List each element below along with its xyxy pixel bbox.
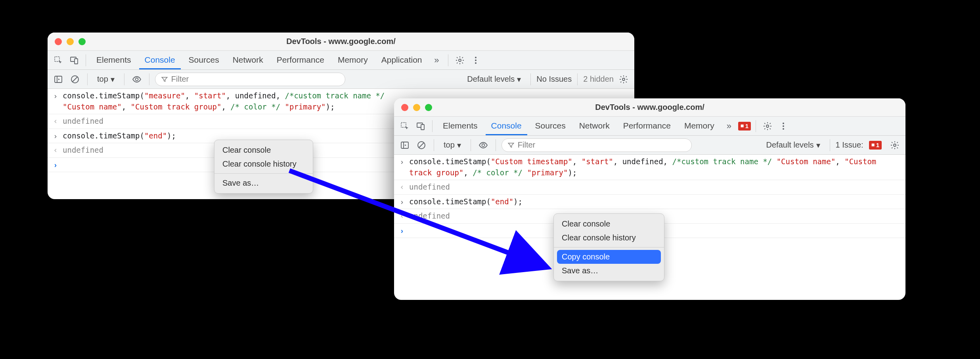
tab-application[interactable]: Application <box>376 51 428 69</box>
tab-sources[interactable]: Sources <box>530 117 571 135</box>
result-caret-icon: ‹ <box>399 182 405 193</box>
devtools-tab-strip: Elements Console Sources Network Perform… <box>394 117 905 136</box>
console-row: ›console.timeStamp("Custom timestamp", "… <box>394 155 905 180</box>
tab-elements[interactable]: Elements <box>91 51 137 69</box>
prompt-caret-icon: › <box>399 225 405 236</box>
svg-point-3 <box>459 59 461 61</box>
result-caret-icon: ‹ <box>52 145 59 156</box>
log-levels-selector[interactable]: Default levels ▾ <box>463 73 525 86</box>
inspect-element-icon[interactable] <box>398 119 412 133</box>
gear-icon[interactable] <box>617 73 630 86</box>
issues-label[interactable]: 1 Issue: <box>836 140 863 150</box>
levels-label: Default levels <box>467 75 515 84</box>
result-caret-icon: ‹ <box>52 116 59 127</box>
minimize-window-button[interactable] <box>67 38 74 45</box>
sidebar-toggle-icon[interactable] <box>52 73 65 86</box>
gear-icon[interactable] <box>761 119 774 133</box>
titlebar: DevTools - www.google.com/ <box>394 98 905 117</box>
more-tabs-icon[interactable]: » <box>430 54 443 67</box>
filter-icon <box>161 76 168 83</box>
menu-item[interactable]: Clear console <box>554 217 664 231</box>
device-toolbar-icon[interactable] <box>67 54 81 67</box>
device-toolbar-icon[interactable] <box>414 119 427 133</box>
separator <box>577 73 578 85</box>
more-tabs-icon[interactable]: » <box>722 119 736 133</box>
console-text: console.timeStamp("measure", "start", un… <box>63 90 404 112</box>
menu-item[interactable]: Clear console history <box>214 157 313 171</box>
svg-point-21 <box>894 144 896 146</box>
separator <box>434 139 434 151</box>
chevron-down-icon: ▾ <box>816 140 820 150</box>
console-row: ‹undefined <box>394 180 905 195</box>
tab-memory[interactable]: Memory <box>332 51 373 69</box>
menu-item[interactable]: Save as… <box>554 264 664 278</box>
menu-item[interactable]: Save as… <box>214 176 313 190</box>
live-expression-icon[interactable] <box>130 73 144 86</box>
tab-performance[interactable]: Performance <box>271 51 330 69</box>
inspect-element-icon[interactable] <box>52 54 65 67</box>
gear-icon[interactable] <box>453 54 467 67</box>
context-selector[interactable]: top ▾ <box>440 139 465 152</box>
chevron-down-icon: ▾ <box>457 140 461 150</box>
console-text: console.timeStamp("end"); <box>409 196 901 207</box>
levels-label: Default levels <box>766 140 814 150</box>
tab-elements[interactable]: Elements <box>437 117 483 135</box>
separator <box>87 73 88 85</box>
separator <box>756 120 756 132</box>
svg-point-15 <box>783 123 784 124</box>
console-context-menu: Clear consoleClear console historyCopy c… <box>553 213 664 281</box>
issues-badge[interactable]: 1 <box>869 141 882 150</box>
context-label: top <box>97 75 108 84</box>
menu-item[interactable]: Clear console <box>214 143 313 157</box>
close-window-button[interactable] <box>55 38 62 45</box>
hidden-count[interactable]: 2 hidden <box>583 75 614 84</box>
svg-point-14 <box>766 125 769 127</box>
issues-badge[interactable]: 1 <box>738 122 751 131</box>
clear-console-icon[interactable] <box>68 73 82 86</box>
input-caret-icon: › <box>399 156 405 167</box>
gear-icon[interactable] <box>888 138 902 152</box>
tab-network[interactable]: Network <box>574 117 615 135</box>
tab-memory[interactable]: Memory <box>679 117 720 135</box>
tab-console[interactable]: Console <box>486 117 527 135</box>
devtools-tab-strip: Elements Console Sources Network Perform… <box>48 51 634 70</box>
clear-console-icon[interactable] <box>415 138 428 152</box>
fullscreen-window-button[interactable] <box>78 38 86 45</box>
menu-item[interactable]: Copy console <box>557 250 661 264</box>
window-title: DevTools - www.google.com/ <box>394 103 905 112</box>
console-text: console.timeStamp("Custom timestamp", "s… <box>409 156 901 178</box>
svg-rect-13 <box>421 125 424 130</box>
issues-label[interactable]: No Issues <box>536 75 572 84</box>
tab-performance[interactable]: Performance <box>618 117 676 135</box>
log-levels-selector[interactable]: Default levels ▾ <box>762 139 824 152</box>
separator <box>432 120 433 132</box>
input-caret-icon: › <box>52 131 59 142</box>
close-window-button[interactable] <box>401 104 408 111</box>
tab-sources[interactable]: Sources <box>183 51 225 69</box>
svg-point-9 <box>135 78 138 81</box>
minimize-window-button[interactable] <box>413 104 420 111</box>
tab-network[interactable]: Network <box>227 51 269 69</box>
prompt-caret-icon: › <box>52 159 59 171</box>
svg-point-17 <box>783 128 784 130</box>
input-caret-icon: › <box>52 90 59 102</box>
context-selector[interactable]: top ▾ <box>93 73 119 86</box>
console-toolbar: top ▾ Filter Default levels ▾ 1 Issue: 1 <box>394 136 905 155</box>
console-text: undefined <box>409 182 901 193</box>
menu-item[interactable]: Clear console history <box>554 231 664 245</box>
filter-input[interactable]: Filter <box>155 73 345 86</box>
fullscreen-window-button[interactable] <box>425 104 432 111</box>
filter-placeholder: Filter <box>171 75 189 84</box>
svg-rect-2 <box>75 59 78 64</box>
sidebar-toggle-icon[interactable] <box>398 138 412 152</box>
live-expression-icon[interactable] <box>477 138 490 152</box>
kebab-menu-icon[interactable] <box>469 54 482 67</box>
svg-point-4 <box>475 57 477 58</box>
kebab-menu-icon[interactable] <box>777 119 790 133</box>
separator <box>124 73 124 85</box>
separator <box>530 73 531 85</box>
filter-input[interactable]: Filter <box>501 138 692 152</box>
menu-separator <box>554 247 664 248</box>
separator <box>496 139 496 151</box>
tab-console[interactable]: Console <box>139 51 181 69</box>
